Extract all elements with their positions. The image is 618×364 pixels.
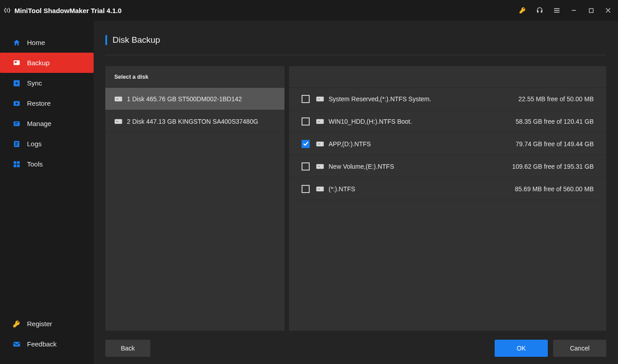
drive-icon: [114, 119, 122, 124]
sidebar-item-label: Backup: [27, 59, 50, 67]
svg-rect-30: [317, 121, 320, 121]
svg-point-26: [322, 99, 323, 99]
sidebar-item-label: Tools: [27, 160, 43, 168]
sidebar-item-label: Manage: [27, 120, 51, 127]
svg-rect-18: [14, 342, 20, 346]
sidebar-item-logs[interactable]: Logs: [8, 134, 86, 154]
svg-point-20: [120, 98, 121, 99]
app-window: MiniTool ShadowMaker Trial 4.1.0: [0, 0, 618, 364]
footer: Back OK Cancel: [105, 331, 606, 358]
svg-rect-2: [554, 12, 559, 13]
cancel-button[interactable]: Cancel: [553, 340, 606, 357]
svg-rect-21: [116, 98, 119, 99]
key-icon[interactable]: [519, 7, 526, 14]
partition-free-text: 85.69 MB free of 560.00 MB: [515, 185, 594, 193]
back-button[interactable]: Back: [105, 340, 150, 357]
partition-free-text: 109.62 GB free of 195.31 GB: [512, 163, 594, 170]
sidebar-item-feedback[interactable]: Feedback: [8, 334, 86, 354]
svg-rect-33: [317, 143, 320, 144]
partition-row[interactable]: System Reserved,(*:).NTFS System.22.55 M…: [289, 88, 606, 110]
maximize-icon[interactable]: [587, 7, 595, 14]
sync-icon: [13, 79, 21, 87]
app-body: Home Backup Sync Restore Manage: [0, 21, 618, 364]
partition-checkbox[interactable]: [302, 117, 310, 126]
partition-name: (*:).NTFS: [329, 185, 355, 193]
svg-rect-36: [317, 166, 320, 166]
content-area: Disk Backup Select a disk 1 Disk 465.76 …: [94, 21, 618, 364]
minimize-icon[interactable]: [570, 7, 577, 14]
app-logo-icon: [4, 7, 11, 14]
svg-rect-16: [14, 164, 16, 167]
disk-row[interactable]: 1 Disk 465.76 GB ST500DM002-1BD142: [105, 88, 284, 110]
svg-rect-24: [116, 121, 119, 121]
manage-icon: [13, 120, 21, 128]
sidebar-item-home[interactable]: Home: [8, 32, 86, 53]
page-title: Disk Backup: [113, 35, 160, 45]
partition-name-group: (*:).NTFS: [316, 185, 355, 193]
app-title: MiniTool ShadowMaker Trial 4.1.0: [14, 7, 122, 14]
page-header: Disk Backup: [105, 35, 606, 55]
partition-name: APP,(D:).NTFS: [329, 140, 371, 148]
ok-button[interactable]: OK: [495, 340, 548, 357]
partition-checkbox[interactable]: [302, 95, 310, 103]
home-icon: [13, 39, 21, 47]
disk-list-header: Select a disk: [105, 66, 284, 88]
drive-icon: [316, 186, 324, 192]
partition-name-group: WIN10_HDD,(H:).NTFS Boot.: [316, 118, 412, 125]
svg-point-35: [322, 166, 323, 166]
disk-row[interactable]: 2 Disk 447.13 GB KINGSTON SA400S37480G: [105, 110, 284, 133]
sidebar-item-tools[interactable]: Tools: [8, 154, 86, 174]
svg-rect-1: [554, 10, 559, 11]
partition-list: System Reserved,(*:).NTFS System.22.55 M…: [289, 88, 606, 200]
partition-row[interactable]: New Volume,(E:).NTFS109.62 GB free of 19…: [289, 155, 606, 178]
sidebar-item-label: Logs: [27, 140, 42, 148]
titlebar-right: [519, 7, 612, 14]
tools-icon: [13, 160, 21, 168]
sidebar-item-restore[interactable]: Restore: [8, 93, 86, 113]
sidebar: Home Backup Sync Restore Manage: [0, 21, 94, 364]
register-key-icon: [13, 320, 21, 328]
svg-point-32: [322, 143, 323, 144]
sidebar-item-label: Sync: [27, 79, 42, 87]
svg-point-29: [322, 121, 323, 121]
logs-icon: [13, 140, 21, 148]
partition-name-group: New Volume,(E:).NTFS: [316, 163, 394, 170]
partition-checkbox[interactable]: [302, 162, 310, 171]
sidebar-item-sync[interactable]: Sync: [8, 73, 86, 93]
partition-checkbox[interactable]: [302, 185, 310, 193]
partition-checkbox[interactable]: [302, 140, 310, 148]
disk-list: 1 Disk 465.76 GB ST500DM002-1BD1422 Disk…: [105, 88, 284, 133]
svg-point-11: [16, 102, 18, 104]
disk-label: 2 Disk 447.13 GB KINGSTON SA400S37480G: [127, 118, 258, 125]
sidebar-item-register[interactable]: Register: [8, 314, 86, 334]
partition-row[interactable]: APP,(D:).NTFS79.74 GB free of 149.44 GB: [289, 133, 606, 155]
partition-row[interactable]: (*:).NTFS85.69 MB free of 560.00 MB: [289, 178, 606, 200]
svg-rect-0: [554, 8, 559, 9]
partition-row[interactable]: WIN10_HDD,(H:).NTFS Boot.58.35 GB free o…: [289, 110, 606, 133]
svg-point-23: [120, 121, 121, 121]
svg-rect-15: [17, 161, 20, 164]
header-accent-bar: [105, 35, 107, 45]
sidebar-item-label: Home: [27, 39, 45, 46]
partition-name: WIN10_HDD,(H:).NTFS Boot.: [329, 118, 412, 125]
sidebar-item-backup[interactable]: Backup: [0, 53, 94, 73]
menu-icon[interactable]: [553, 7, 560, 14]
titlebar: MiniTool ShadowMaker Trial 4.1.0: [0, 0, 618, 21]
disk-label: 1 Disk 465.76 GB ST500DM002-1BD142: [127, 95, 242, 103]
partition-name-group: System Reserved,(*:).NTFS System.: [316, 95, 431, 103]
partition-list-header: [289, 66, 606, 88]
sidebar-bottom: Register Feedback: [0, 314, 94, 364]
disk-list-panel: Select a disk 1 Disk 465.76 GB ST500DM00…: [105, 66, 284, 331]
sidebar-item-label: Feedback: [27, 340, 57, 348]
sidebar-nav: Home Backup Sync Restore Manage: [0, 32, 94, 174]
partition-name: New Volume,(E:).NTFS: [329, 163, 394, 170]
svg-point-38: [322, 188, 323, 189]
partition-free-text: 58.35 GB free of 120.41 GB: [515, 118, 594, 125]
partition-list-panel: System Reserved,(*:).NTFS System.22.55 M…: [289, 66, 606, 331]
svg-rect-8: [15, 61, 17, 63]
sidebar-item-manage[interactable]: Manage: [8, 113, 86, 134]
partition-free-text: 79.74 GB free of 149.44 GB: [515, 140, 594, 148]
close-icon[interactable]: [604, 7, 612, 14]
svg-rect-27: [317, 99, 320, 99]
headset-icon[interactable]: [536, 7, 543, 14]
